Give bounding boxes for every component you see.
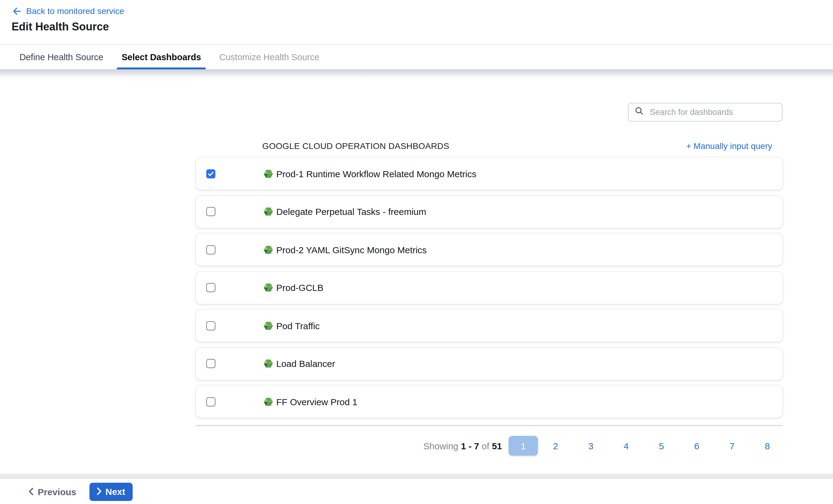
dashboard-list: Prod-1 Runtime Workflow Related Mongo Me… xyxy=(196,157,783,418)
dashboard-name: Prod-2 YAML GitSync Mongo Metrics xyxy=(276,245,427,255)
back-link-label: Back to monitored service xyxy=(26,6,124,16)
dashboard-checkbox[interactable] xyxy=(206,169,215,178)
tab-customize-health-source[interactable]: Customize Health Source xyxy=(218,45,321,69)
list-divider xyxy=(196,425,783,426)
dashboard-row[interactable]: Delegate Perpetual Tasks - freemium xyxy=(196,196,783,228)
page-button-3[interactable]: 3 xyxy=(573,440,609,451)
page-button-5[interactable]: 5 xyxy=(644,440,679,451)
gcp-dashboard-icon xyxy=(263,169,273,178)
next-label: Next xyxy=(105,486,125,497)
dashboard-row[interactable]: Pod Traffic xyxy=(196,309,783,342)
dashboard-row[interactable]: Load Balancer xyxy=(196,348,783,380)
page-button-8[interactable]: 8 xyxy=(749,440,785,451)
page-header: Back to monitored service Edit Health So… xyxy=(0,0,833,44)
dashboard-row[interactable]: FF Overview Prod 1 xyxy=(196,385,783,418)
dashboard-name: Pod Traffic xyxy=(276,320,320,331)
manually-input-query-link[interactable]: + Manually input query xyxy=(686,141,772,151)
dashboard-search-box[interactable] xyxy=(628,103,783,122)
previous-button[interactable]: Previous xyxy=(29,486,76,497)
total-count: 51 xyxy=(492,440,502,451)
next-button[interactable]: Next xyxy=(90,482,133,501)
tab-define-health-source[interactable]: Define Health Source xyxy=(18,45,105,69)
page-button-1-active[interactable]: 1 xyxy=(509,436,538,455)
dashboard-name: Load Balancer xyxy=(276,358,335,369)
of-label: of xyxy=(482,440,489,451)
dashboard-name: FF Overview Prod 1 xyxy=(276,396,357,407)
dashboard-row[interactable]: Prod-2 YAML GitSync Mongo Metrics xyxy=(196,233,783,266)
tab-select-dashboards[interactable]: Select Dashboards xyxy=(120,45,202,69)
pagination: Showing 1 - 7 of 51 1 2 3 4 5 6 7 8 xyxy=(196,436,785,455)
dashboard-name: Prod-GCLB xyxy=(276,282,324,293)
dashboard-checkbox[interactable] xyxy=(206,397,215,406)
dashboard-row[interactable]: Prod-GCLB xyxy=(196,272,783,304)
page-button-2[interactable]: 2 xyxy=(538,440,573,451)
page-button-7[interactable]: 7 xyxy=(714,440,749,451)
gcp-dashboard-icon xyxy=(263,397,273,406)
chevron-right-icon xyxy=(97,486,102,497)
edit-health-source-page: Back to monitored service Edit Health So… xyxy=(0,0,833,504)
dashboard-checkbox[interactable] xyxy=(206,321,215,330)
search-input[interactable] xyxy=(649,107,776,117)
page-button-4[interactable]: 4 xyxy=(609,440,644,451)
wizard-tabbar: Define Health Source Select Dashboards C… xyxy=(0,44,833,69)
tabbar-shadow xyxy=(0,69,833,78)
showing-range: 1 - 7 xyxy=(461,440,479,451)
previous-label: Previous xyxy=(38,486,76,497)
page-title: Edit Health Source xyxy=(11,21,109,33)
dashboard-row[interactable]: Prod-1 Runtime Workflow Related Mongo Me… xyxy=(196,157,783,190)
dashboard-checkbox[interactable] xyxy=(206,207,215,216)
back-arrow-icon xyxy=(12,6,21,16)
dashboards-group-title: GOOGLE CLOUD OPERATION DASHBOARDS xyxy=(262,141,449,151)
gcp-dashboard-icon xyxy=(263,359,273,369)
dashboard-checkbox[interactable] xyxy=(206,283,215,292)
gcp-dashboard-icon xyxy=(263,283,273,293)
gcp-dashboard-icon xyxy=(263,321,273,330)
back-to-monitored-service-link[interactable]: Back to monitored service xyxy=(12,6,124,16)
dashboard-name: Delegate Perpetual Tasks - freemium xyxy=(276,206,426,217)
showing-label: Showing xyxy=(423,440,458,451)
pagination-summary: Showing 1 - 7 of 51 xyxy=(423,440,502,451)
dashboard-checkbox[interactable] xyxy=(206,359,215,368)
chevron-left-icon xyxy=(29,486,33,497)
list-header: GOOGLE CLOUD OPERATION DASHBOARDS + Manu… xyxy=(196,141,783,153)
gcp-dashboard-icon xyxy=(263,207,273,217)
dashboard-checkbox[interactable] xyxy=(206,245,215,254)
page-button-6[interactable]: 6 xyxy=(679,440,714,451)
search-icon xyxy=(635,106,644,118)
gcp-dashboard-icon xyxy=(263,245,273,254)
dashboard-name: Prod-1 Runtime Workflow Related Mongo Me… xyxy=(276,169,476,179)
page-footer: Previous Next xyxy=(0,478,833,504)
content-footer-gap xyxy=(0,474,833,478)
